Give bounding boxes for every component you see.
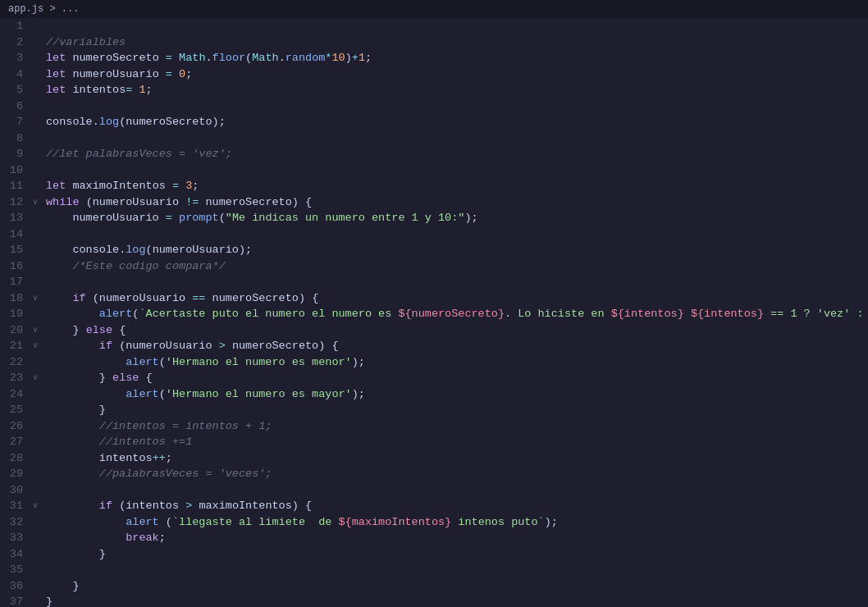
code-text: alert(`Acertaste puto el numero el numer… [46,306,868,322]
line-number: 17 [3,274,23,290]
fold-arrow[interactable] [33,322,46,339]
code-line: console.log(numeroSecreto); [33,114,868,130]
line-number: 33 [3,530,23,546]
code-line [33,226,868,243]
line-number: 7 [3,114,23,130]
code-text: } [46,578,80,595]
code-text: let maximoIntentos = 3; [46,178,199,194]
line-number: 2 [3,34,23,51]
code-line: alert('Hermano el numero es menor'); [33,354,868,371]
code-line: alert('Hermano el numero es mayor'); [33,386,868,403]
line-number: 19 [3,306,23,322]
code-text: while (numeroUsuario != numeroSecreto) { [46,194,312,211]
code-line [33,18,868,34]
line-number: 25 [3,402,23,418]
line-number: 29 [3,466,23,482]
line-number: 8 [3,130,23,147]
fold-arrow[interactable] [33,370,46,386]
line-number: 21 [3,338,23,354]
editor-container: app.js > ... 123456789101112131415161718… [0,0,868,607]
line-numbers: 1234567891011121314151617181920212223242… [0,18,30,607]
code-line: } [33,594,868,607]
code-text: if (numeroUsuario > numeroSecreto) { [46,338,339,354]
line-number: 28 [3,450,23,467]
fold-arrow[interactable] [33,338,46,354]
code-text: } else { [46,322,126,339]
breadcrumb: app.js > ... [0,0,868,18]
code-text: break; [46,530,166,546]
code-line: let maximoIntentos = 3; [33,178,868,194]
code-line: } [33,402,868,418]
code-content[interactable]: //varialbleslet numeroSecreto = Math.flo… [30,18,868,607]
code-line: if (numeroUsuario == numeroSecreto) { [33,290,868,307]
code-line: let intentos= 1; [33,82,868,98]
line-number: 14 [3,226,23,243]
code-text: intentos++; [46,450,172,467]
code-line: numeroUsuario = prompt("Me indicas un nu… [33,210,868,226]
code-text: //intentos +=1 [46,434,192,450]
line-number: 34 [3,546,23,563]
line-number: 4 [3,66,23,83]
line-number: 10 [3,162,23,179]
code-text: if (intentos > maximoIntentos) { [46,498,312,514]
code-text: let numeroUsuario = 0; [46,66,192,83]
code-text: let intentos= 1; [46,82,153,98]
code-line [33,274,868,290]
line-number: 26 [3,418,23,435]
code-text: /*Este codigo compara*/ [46,258,226,275]
code-line: let numeroSecreto = Math.floor(Math.rand… [33,50,868,66]
code-line [33,482,868,499]
code-text: alert (`llegaste al limiete de ${maximoI… [46,514,558,531]
code-line: intentos++; [33,450,868,467]
code-line [33,130,868,147]
line-number: 6 [3,98,23,115]
code-text: } [46,594,53,607]
code-text: } else { [46,370,153,386]
line-number: 22 [3,354,23,371]
code-line: while (numeroUsuario != numeroSecreto) { [33,194,868,211]
fold-arrow[interactable] [33,194,46,211]
line-number: 11 [3,178,23,194]
code-line: if (numeroUsuario > numeroSecreto) { [33,338,868,354]
code-line: //varialbles [33,34,868,51]
code-line: if (intentos > maximoIntentos) { [33,498,868,514]
code-line: //intentos +=1 [33,434,868,450]
line-number: 18 [3,290,23,307]
code-line: //intentos = intentos + 1; [33,418,868,435]
code-text: //varialbles [46,34,126,51]
line-number: 35 [3,562,23,578]
code-line: } else { [33,322,868,339]
fold-arrow[interactable] [33,498,46,514]
code-line [33,162,868,179]
code-text: alert('Hermano el numero es mayor'); [46,386,365,403]
line-number: 20 [3,322,23,339]
line-number: 23 [3,370,23,386]
line-number: 31 [3,498,23,514]
line-number: 32 [3,514,23,531]
code-line: let numeroUsuario = 0; [33,66,868,83]
code-area: 1234567891011121314151617181920212223242… [0,18,868,607]
code-text: let numeroSecreto = Math.floor(Math.rand… [46,50,372,66]
code-line: break; [33,530,868,546]
line-number: 27 [3,434,23,450]
code-line: alert (`llegaste al limiete de ${maximoI… [33,514,868,531]
code-text: //let palabrasVeces = 'vez'; [46,146,232,162]
code-text: console.log(numeroSecreto); [46,114,226,130]
code-text: console.log(numeroUsuario); [46,242,252,258]
code-line: //let palabrasVeces = 'vez'; [33,146,868,162]
line-number: 37 [3,594,23,607]
code-line: /*Este codigo compara*/ [33,258,868,275]
fold-arrow[interactable] [33,290,46,307]
line-number: 5 [3,82,23,98]
code-text: //intentos = intentos + 1; [46,418,272,435]
code-line: } else { [33,370,868,386]
code-line: //palabrasVeces = 'veces'; [33,466,868,482]
line-number: 15 [3,242,23,258]
line-number: 36 [3,578,23,595]
line-number: 1 [3,18,23,34]
code-text: } [46,402,106,418]
line-number: 30 [3,482,23,499]
code-line [33,98,868,115]
code-line: } [33,578,868,595]
code-text: numeroUsuario = prompt("Me indicas un nu… [46,210,478,226]
